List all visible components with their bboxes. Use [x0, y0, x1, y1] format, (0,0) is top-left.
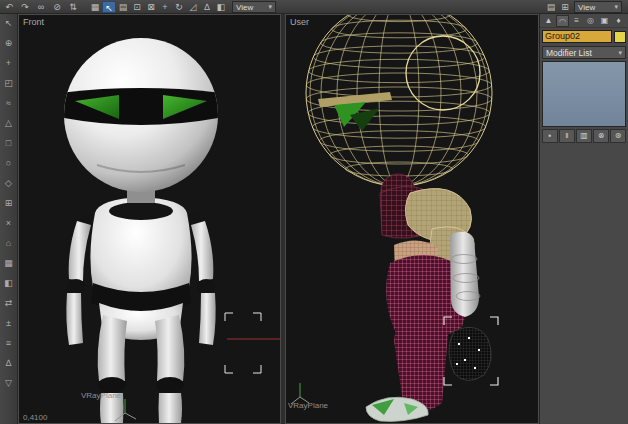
object-label-vrayplane: VRayPlane	[288, 401, 328, 410]
down-triangle-icon[interactable]: ▽	[2, 377, 16, 390]
side-toolbar: ↖ ⊕ + ◰ ≈ △ □ ○ ◇ ⊞ × ⌂ ▦ ◧ ⇄ ± ≡ ∆ ▽	[0, 14, 18, 424]
delta-icon[interactable]: ∆	[2, 357, 16, 370]
tab-utilities[interactable]: ♦	[612, 15, 625, 27]
modifier-stack-list[interactable]	[542, 61, 626, 127]
square-icon[interactable]: □	[2, 137, 16, 150]
coordinate-system-dropdown[interactable]: View ▾	[232, 1, 276, 13]
tab-hierarchy[interactable]: ≡	[570, 15, 583, 27]
object-name-row: Group02	[540, 28, 628, 45]
3ds-max-window: ↶ ↷ ∞ ⊘ ⇅ ▦ ↖ ▤ ⊡ ⊠ + ↻ ◿ ∆ ◧ View ▾ ▤ ⊞…	[0, 0, 628, 424]
undo-icon[interactable]: ↶	[2, 1, 16, 13]
cross-icon[interactable]: ×	[2, 217, 16, 230]
hand-mesh	[449, 327, 491, 380]
object-color-swatch[interactable]	[614, 31, 626, 43]
robot-visor	[59, 88, 223, 125]
manage-layers-icon[interactable]: ▤	[544, 1, 558, 13]
arm-segment	[450, 232, 480, 317]
tab-modify[interactable]: ◠	[556, 15, 569, 27]
select-rotate-icon[interactable]: ↻	[172, 1, 186, 13]
wireframe-visor	[318, 92, 392, 131]
plus-minus-icon[interactable]: ±	[2, 317, 16, 330]
selection-bracket	[225, 313, 261, 373]
make-unique-button[interactable]: ▥	[576, 129, 592, 143]
tab-motion[interactable]: ◎	[584, 15, 597, 27]
coordinate-system-value: View	[236, 3, 253, 12]
plus-icon[interactable]: +	[2, 57, 16, 70]
swap-arrows-icon[interactable]: ⇄	[2, 297, 16, 310]
robot-head	[59, 38, 223, 192]
select-scale-icon[interactable]: ◿	[186, 1, 200, 13]
plus-circle-icon[interactable]: ⊕	[2, 37, 16, 50]
tab-display[interactable]: ▣	[598, 15, 611, 27]
modifier-stack-buttons: ▪ ‖ ▥ ⊗ ⊛	[540, 129, 628, 143]
viewport-user[interactable]: User VRayPlane	[285, 14, 539, 424]
command-panel: ▲ ◠ ≡ ◎ ▣ ♦ Group02 Modifier List ▾ ▪ ‖ …	[539, 14, 628, 424]
viewport-area: Front VRayPlane 0,4100	[18, 14, 539, 424]
viewport-label-front[interactable]: Front	[23, 17, 44, 27]
configure-modifier-sets-button[interactable]: ⊛	[610, 129, 626, 143]
view-dropdown-value: View	[578, 3, 595, 12]
circle-icon[interactable]: ○	[2, 157, 16, 170]
chevron-down-icon: ▾	[618, 49, 622, 57]
select-object-icon[interactable]: ↖	[102, 1, 116, 13]
mesh-icon[interactable]: ▦	[2, 257, 16, 270]
redo-icon[interactable]: ↷	[18, 1, 32, 13]
lines-icon[interactable]: ≡	[2, 337, 16, 350]
selection-filter-icon[interactable]: ▦	[88, 1, 102, 13]
select-by-name-icon[interactable]: ▤	[116, 1, 130, 13]
remove-modifier-button[interactable]: ⊗	[593, 129, 609, 143]
select-link-icon[interactable]: ∞	[34, 1, 48, 13]
unlink-icon[interactable]: ⊘	[50, 1, 64, 13]
viewport-front[interactable]: Front VRayPlane 0,4100	[18, 14, 281, 424]
diamond-icon[interactable]: ◇	[2, 177, 16, 190]
pin-stack-button[interactable]: ▪	[542, 129, 558, 143]
selection-region-icon[interactable]: ⊡	[130, 1, 144, 13]
leg-mesh	[394, 312, 448, 411]
snap-toggle-icon[interactable]: ∆	[200, 1, 214, 13]
object-label-vrayplane: VRayPlane	[81, 391, 121, 400]
arrow-icon[interactable]: ↖	[2, 17, 16, 30]
curve-editor-icon[interactable]: ⊞	[558, 1, 572, 13]
grid-icon[interactable]: ⊞	[2, 197, 16, 210]
view-dropdown[interactable]: View ▾	[574, 1, 622, 13]
select-move-icon[interactable]: +	[158, 1, 172, 13]
user-viewport-canvas[interactable]	[286, 15, 538, 423]
front-viewport-canvas[interactable]	[19, 15, 280, 423]
object-name-field[interactable]: Group02	[542, 30, 612, 43]
window-crossing-icon[interactable]: ⊠	[144, 1, 158, 13]
modifier-list-dropdown[interactable]: Modifier List ▾	[542, 46, 626, 59]
main-toolbar: ↶ ↷ ∞ ⊘ ⇅ ▦ ↖ ▤ ⊡ ⊠ + ↻ ◿ ∆ ◧ View ▾ ▤ ⊞…	[0, 0, 628, 14]
show-end-result-button[interactable]: ‖	[559, 129, 575, 143]
mirror-icon[interactable]: ◧	[214, 1, 228, 13]
command-panel-tabs: ▲ ◠ ≡ ◎ ▣ ♦	[540, 14, 628, 28]
bind-space-warp-icon[interactable]: ⇅	[66, 1, 80, 13]
modifier-list-label: Modifier List	[546, 48, 592, 58]
waves-icon[interactable]: ≈	[2, 97, 16, 110]
viewport-label-user[interactable]: User	[290, 17, 309, 27]
chevron-down-icon: ▾	[614, 3, 618, 11]
house-icon[interactable]: ⌂	[2, 237, 16, 250]
half-square-icon[interactable]: ◧	[2, 277, 16, 290]
chevron-down-icon: ▾	[268, 3, 272, 11]
corner-box-icon[interactable]: ◰	[2, 77, 16, 90]
triangle-icon[interactable]: △	[2, 117, 16, 130]
coordinate-readout: 0,4100	[23, 413, 47, 422]
tab-create[interactable]: ▲	[542, 15, 555, 27]
wireframe-body	[366, 174, 491, 421]
